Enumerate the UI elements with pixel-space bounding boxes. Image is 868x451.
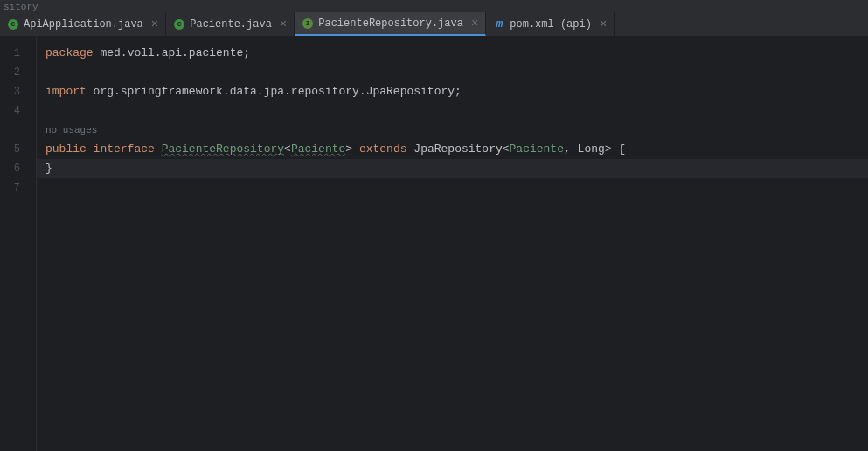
close-icon[interactable]: × xyxy=(600,17,607,31)
line-number: 4 xyxy=(0,101,36,121)
editor-area: 1 2 3 4 5 6 7 package med.voll.api.pacie… xyxy=(0,37,868,451)
line-number: 7 xyxy=(0,178,36,198)
code-editor[interactable]: package med.voll.api.paciente; import or… xyxy=(37,37,868,451)
line-number: 2 xyxy=(0,63,36,82)
code-line xyxy=(45,63,868,82)
line-gutter[interactable]: 1 2 3 4 5 6 7 xyxy=(0,37,37,451)
truncated-panel-label: sitory xyxy=(0,0,868,12)
code-line: public interface PacienteRepository<Paci… xyxy=(45,140,868,159)
java-class-icon: C xyxy=(7,18,19,31)
code-line xyxy=(45,178,868,198)
line-number: 6 xyxy=(0,159,36,178)
code-line xyxy=(45,101,868,121)
usages-hint[interactable]: no usages xyxy=(45,121,868,140)
close-icon[interactable]: × xyxy=(471,17,478,31)
code-line: } xyxy=(45,159,868,178)
line-number xyxy=(0,121,36,140)
close-icon[interactable]: × xyxy=(151,17,158,31)
tab-paciente-repository[interactable]: I PacienteRepository.java × xyxy=(295,12,486,36)
code-line: import org.springframework.data.jpa.repo… xyxy=(45,82,868,101)
close-icon[interactable]: × xyxy=(280,17,287,31)
tab-paciente[interactable]: C Paciente.java × xyxy=(166,12,295,36)
tab-label: Paciente.java xyxy=(190,18,272,31)
editor-tab-bar: C ApiApplication.java × C Paciente.java … xyxy=(0,12,868,37)
line-number: 1 xyxy=(0,44,36,63)
tab-label: pom.xml (api) xyxy=(510,18,592,31)
line-number: 3 xyxy=(0,82,36,101)
tab-api-application[interactable]: C ApiApplication.java × xyxy=(0,12,166,36)
maven-icon: m xyxy=(493,18,505,31)
tab-label: PacienteRepository.java xyxy=(318,17,463,30)
tab-pom-xml[interactable]: m pom.xml (api) × xyxy=(486,12,615,36)
java-interface-icon: I xyxy=(302,17,314,30)
tab-label: ApiApplication.java xyxy=(24,18,143,31)
code-line: package med.voll.api.paciente; xyxy=(45,44,868,63)
java-class-icon: C xyxy=(173,18,185,31)
line-number: 5 xyxy=(0,140,36,159)
